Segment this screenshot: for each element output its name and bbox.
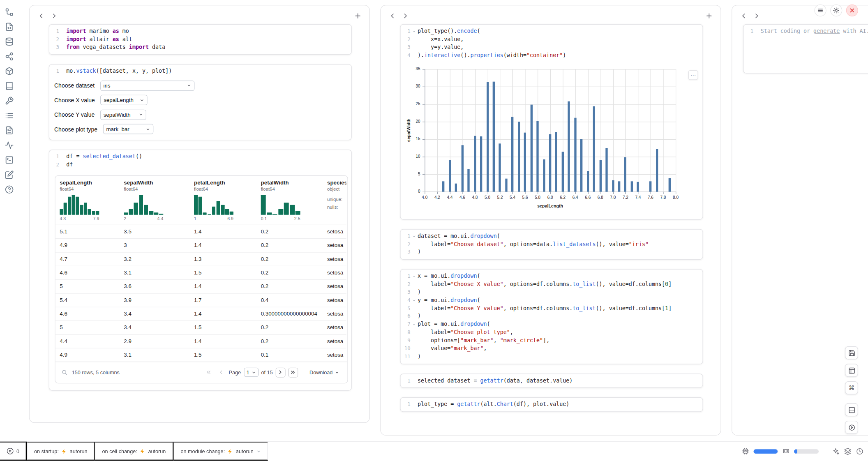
line-number: 1 [403, 377, 411, 385]
code-editor[interactable]: 1plot_type().encode(2 x=x.value,3 y=y.va… [401, 25, 703, 62]
histogram-bar [272, 214, 277, 214]
dropdown-value: iris [103, 83, 110, 89]
column-scroll-left-button[interactable] [740, 12, 748, 20]
file-code-icon[interactable] [5, 23, 14, 31]
code-editor[interactable]: 1x = mo.ui.dropdown(2 label="Choose X va… [401, 270, 703, 364]
documentation-icon[interactable] [5, 126, 14, 135]
dropdown-value: sepalLength [104, 97, 134, 103]
on-module-change-setting[interactable]: on module change: autorun [173, 442, 268, 461]
column-meta: nulls: [327, 203, 346, 210]
table-cell: 5.1 [55, 225, 120, 238]
datasets-icon[interactable] [5, 37, 14, 46]
code-line: 1plot_type = getattr(alt.Chart(df), plot… [403, 401, 702, 409]
dependencies-icon[interactable] [5, 52, 14, 61]
range-min: 0.1 [261, 216, 267, 221]
table-row: 4.42.91.40.2setosa [55, 334, 346, 348]
scratchpad-icon[interactable] [5, 171, 14, 179]
first-page-button[interactable] [203, 367, 213, 377]
chart-bar [649, 181, 651, 192]
next-page-button[interactable] [275, 367, 285, 377]
table-row: 5.43.91.70.4setosa [55, 293, 346, 307]
column-scroll-right-button[interactable] [402, 12, 409, 20]
column-histogram [124, 195, 163, 214]
column-meta: unique: [327, 195, 346, 203]
notebook-icon[interactable] [5, 82, 14, 90]
on-startup-setting[interactable]: on startup: autorun [27, 442, 95, 461]
chart-bar [637, 182, 639, 192]
table-cell: 0.2 [256, 321, 323, 334]
column-header: sepalWidthfloat64 [120, 180, 190, 191]
dropdown-select[interactable]: iris [100, 81, 194, 91]
prev-page-button[interactable] [216, 367, 226, 377]
code-editor[interactable]: 1selected_dataset = getattr(data, datase… [401, 374, 703, 387]
code-editor[interactable]: 1mo.vstack([dataset, x, y, plot]) [49, 65, 351, 78]
save-button[interactable] [845, 346, 858, 360]
vega-chart[interactable]: 051015202530354.04.24.44.64.85.05.25.45.… [407, 63, 687, 212]
dropdown-label: Choose plot type [54, 126, 97, 132]
histogram-bar [134, 203, 138, 214]
dropdown-label: Choose Y value [54, 111, 95, 118]
ai-assistant-icon[interactable] [832, 447, 840, 455]
packages-icon[interactable] [5, 67, 14, 76]
table-cell: 3.5 [120, 225, 190, 238]
table-cell: 3.4 [120, 321, 190, 334]
terminal-icon[interactable] [5, 156, 14, 164]
dropdown-select[interactable]: sepalWidth [100, 109, 146, 120]
run-all-button[interactable] [845, 421, 858, 434]
column-scroll-left-button[interactable] [37, 12, 45, 20]
page-label: Page [229, 369, 241, 376]
column-header: petalLengthfloat64 [189, 180, 256, 191]
fold-spacer [411, 377, 418, 385]
add-cell-button[interactable] [705, 12, 713, 20]
code-editor[interactable]: 1df = selected_dataset()2df [49, 150, 351, 172]
code-line: 3) [403, 288, 702, 297]
last-page-button[interactable] [288, 367, 298, 377]
close-panel-button[interactable] [846, 5, 858, 16]
fold-spacer [411, 353, 418, 361]
table-cell: 4.6 [55, 266, 120, 279]
explorer-icon[interactable] [5, 8, 14, 16]
tools-icon[interactable] [5, 97, 14, 105]
kernel-layers-icon[interactable] [844, 447, 852, 455]
histogram-bar [295, 211, 300, 215]
add-cell-button[interactable] [354, 12, 362, 20]
code-editor[interactable]: 1import marimo as mo2import altair as al… [49, 25, 351, 54]
table-search-button[interactable] [60, 369, 68, 376]
fold-spacer [411, 280, 418, 288]
code-line: 1import marimo as mo [51, 28, 351, 36]
histogram-bar [149, 211, 153, 215]
code-line: 1selected_dataset = getattr(data, datase… [403, 377, 702, 385]
histogram-bar [284, 203, 289, 214]
table-cell: 0.2 [256, 252, 323, 265]
code-editor[interactable]: 1dataset = mo.ui.dropdown(2 label="Choos… [401, 229, 703, 259]
tracing-icon[interactable] [5, 141, 14, 150]
menu-button[interactable] [814, 5, 826, 16]
column-scroll-right-button[interactable] [753, 12, 761, 20]
history-clock-icon[interactable] [856, 447, 864, 455]
settings-gear-button[interactable] [830, 5, 842, 16]
x-axis-tick-label: 7.8 [658, 195, 669, 200]
table-cell: 1.4 [189, 280, 256, 293]
snippets-button[interactable] [845, 364, 858, 377]
segment-value: autorun [236, 448, 254, 454]
keyboard-shortcuts-button[interactable]: ⌘ [845, 381, 858, 394]
chart-options-button[interactable]: ⋯ [688, 70, 698, 80]
errors-indicator[interactable]: 0 [0, 442, 27, 461]
histogram-bar [64, 203, 67, 214]
column-scroll-left-button[interactable] [388, 12, 396, 20]
table-cell: 3.4 [120, 307, 190, 320]
dropdown-select[interactable]: sepalLength [100, 95, 148, 105]
terminal-panel-button[interactable] [845, 403, 858, 416]
line-number: 2 [403, 240, 411, 249]
histogram-range: 16.9 [194, 216, 233, 224]
download-button[interactable]: Download [306, 369, 342, 376]
outline-icon[interactable] [5, 111, 14, 120]
on-cell-change-setting[interactable]: on cell change: autorun [95, 442, 173, 461]
generate-link[interactable]: generate [813, 28, 840, 34]
dropdown-select[interactable]: mark_bar [103, 124, 153, 134]
column-scroll-right-button[interactable] [51, 12, 58, 20]
help-icon[interactable] [5, 185, 14, 194]
page-select[interactable]: 1 [244, 368, 259, 377]
code-editor[interactable]: 1plot_type = getattr(alt.Chart(df), plot… [401, 398, 703, 411]
scratch-cell[interactable]: 1 Start coding or generate with AI. [743, 24, 868, 74]
